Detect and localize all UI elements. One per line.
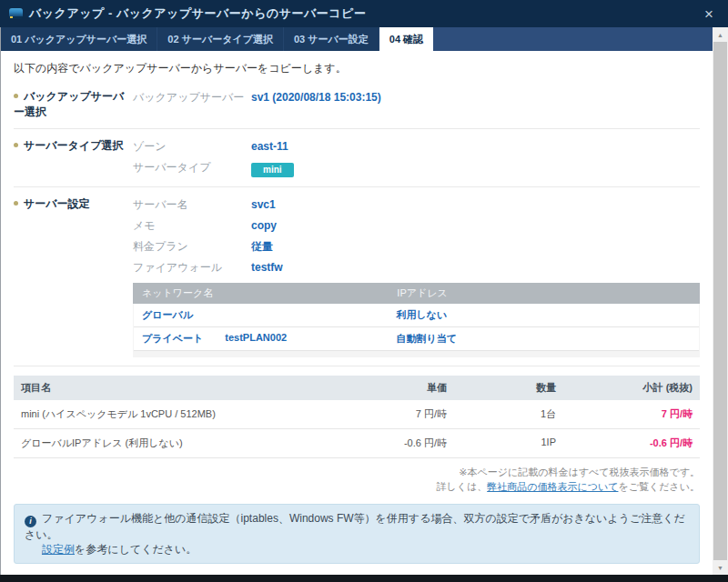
firewall-info-box: iファイアウォール機能と他の通信設定（iptables、Windows FW等）… xyxy=(14,504,700,564)
network-table: ネットワーク名 IPアドレス グローバル 利用しない xyxy=(133,283,700,357)
field-value: east-11 xyxy=(251,136,288,157)
scrollbar[interactable]: ▲ ▼ xyxy=(713,27,728,575)
table-row: mini (ハイスペックモデル 1vCPU / 512MB) 7 円/時 1台 … xyxy=(14,400,700,429)
unit-price: 7 円/時 xyxy=(322,400,454,428)
subtotal-value: -0.6 円/時 xyxy=(563,429,700,457)
scroll-up-icon[interactable]: ▲ xyxy=(713,27,728,42)
section-server-settings: サーバー設定 サーバー名 svc1 メモ copy 料金プラン 従量 xyxy=(14,187,700,366)
subtotal-header: 小計 (税抜) xyxy=(563,376,700,400)
field-row: メモ copy xyxy=(133,216,700,236)
tax-note: ※本ページに記載の料金はすべて税抜表示価格です。 詳しくは、弊社商品の価格表示に… xyxy=(14,465,700,494)
field-label: サーバー名 xyxy=(133,195,251,216)
field-label: ファイアウォール xyxy=(133,257,251,278)
network-ip: 自動割り当て xyxy=(388,327,699,350)
field-label: メモ xyxy=(133,216,251,236)
field-label: ゾーン xyxy=(133,136,251,157)
scrollbar-thumb[interactable] xyxy=(713,42,727,560)
section-server-type: サーバータイプ選択 ゾーン east-11 サーバータイプ mini xyxy=(14,129,700,187)
network-ip: 利用しない xyxy=(388,304,699,326)
table-row: グローバルIPアドレス (利用しない) -0.6 円/時 1IP -0.6 円/… xyxy=(14,429,700,458)
wizard-tabs: 01 バックアップサーバー選択 02 サーバータイプ選択 03 サーバー設定 0… xyxy=(1,27,713,51)
network-table-header: ネットワーク名 IPアドレス xyxy=(133,283,700,304)
field-row: バックアップサーバー sv1 (2020/08/18 15:03:15) xyxy=(133,87,700,108)
info-line1: iファイアウォール機能と他の通信設定（iptables、Windows FW等）… xyxy=(25,511,689,542)
tax-note-line2: 詳しくは、弊社商品の価格表示についてをご覧ください。 xyxy=(14,479,700,494)
dialog-body: 01 バックアップサーバー選択 02 サーバータイプ選択 03 サーバー設定 0… xyxy=(0,27,713,575)
section-title: サーバータイプ選択 xyxy=(14,136,133,178)
intro-text: 以下の内容でバックアップサーバーからサーバーをコピーします。 xyxy=(14,61,700,76)
close-icon[interactable]: × xyxy=(699,5,719,24)
tab-server-settings[interactable]: 03 サーバー設定 xyxy=(284,27,379,51)
field-value: svc1 xyxy=(251,195,276,216)
unit-price: -0.6 円/時 xyxy=(322,429,454,457)
bullet-icon xyxy=(14,201,18,206)
bottom-strip xyxy=(0,575,728,582)
field-row: 料金プラン 従量 xyxy=(133,236,700,257)
scroll-down-icon[interactable]: ▼ xyxy=(713,560,728,575)
backup-icon xyxy=(9,8,23,19)
quantity-header: 数量 xyxy=(454,376,563,400)
section-title: サーバー設定 xyxy=(14,195,133,357)
field-row: ゾーン east-11 xyxy=(133,136,700,157)
config-example-link[interactable]: 設定例 xyxy=(42,543,75,556)
info-icon: i xyxy=(25,516,36,527)
item-name: mini (ハイスペックモデル 1vCPU / 512MB) xyxy=(14,400,322,428)
backup-copy-dialog: バックアップ - バックアップサーバーからのサーバーコピー × 01 バックアッ… xyxy=(0,0,728,582)
field-value: 従量 xyxy=(251,236,273,257)
network-name: プライベート xyxy=(142,332,203,346)
table-row: プライベート testPLAN002 自動割り当て xyxy=(134,327,699,351)
item-name-header: 項目名 xyxy=(14,376,322,400)
tab-confirm[interactable]: 04 確認 xyxy=(379,27,433,51)
quantity: 1IP xyxy=(454,429,563,457)
tab-server-type-select[interactable]: 02 サーバータイプ選択 xyxy=(157,27,284,51)
ip-address-header: IPアドレス xyxy=(388,283,700,304)
tax-note-line1: ※本ページに記載の料金はすべて税抜表示価格です。 xyxy=(14,465,700,479)
subtotal-value: 7 円/時 xyxy=(563,400,700,428)
network-name-header: ネットワーク名 xyxy=(133,283,388,304)
field-label: 料金プラン xyxy=(133,236,251,257)
dialog-title: バックアップ - バックアップサーバーからのサーバーコピー xyxy=(29,5,366,22)
confirm-content: 以下の内容でバックアップサーバーからサーバーをコピーします。 バックアップサーバ… xyxy=(1,51,713,567)
field-row: サーバー名 svc1 xyxy=(133,195,700,216)
info-line2: 設定例を参考にしてください。 xyxy=(25,542,689,557)
field-label: サーバータイプ xyxy=(133,157,251,178)
quantity: 1台 xyxy=(454,400,563,428)
server-type-badge: mini xyxy=(251,163,294,177)
price-table-header: 項目名 単価 数量 小計 (税抜) xyxy=(14,376,700,400)
field-row: ファイアウォール testfw xyxy=(133,257,700,278)
field-value: sv1 (2020/08/18 15:03:15) xyxy=(251,87,381,108)
section-title: バックアップサーバー選択 xyxy=(14,87,133,120)
bullet-icon xyxy=(14,94,18,98)
item-name: グローバルIPアドレス (利用しない) xyxy=(14,429,322,457)
unit-price-header: 単価 xyxy=(322,376,454,400)
bullet-icon xyxy=(14,143,18,147)
dialog-titlebar: バックアップ - バックアップサーバーからのサーバーコピー × xyxy=(0,0,728,27)
field-label: バックアップサーバー xyxy=(133,87,251,108)
table-row: グローバル 利用しない xyxy=(134,304,699,327)
network-detail: testPLAN002 xyxy=(225,332,287,346)
network-name: グローバル xyxy=(142,308,193,322)
field-row: サーバータイプ mini xyxy=(133,157,700,178)
section-backup-server: バックアップサーバー選択 バックアップサーバー sv1 (2020/08/18 … xyxy=(14,80,700,129)
field-value: copy xyxy=(251,216,277,236)
price-display-link[interactable]: 弊社商品の価格表示について xyxy=(487,481,618,492)
price-table: 項目名 単価 数量 小計 (税抜) mini (ハイスペックモデル 1vCPU … xyxy=(14,376,700,458)
tab-backup-server-select[interactable]: 01 バックアップサーバー選択 xyxy=(1,27,157,51)
field-value: testfw xyxy=(251,257,283,278)
